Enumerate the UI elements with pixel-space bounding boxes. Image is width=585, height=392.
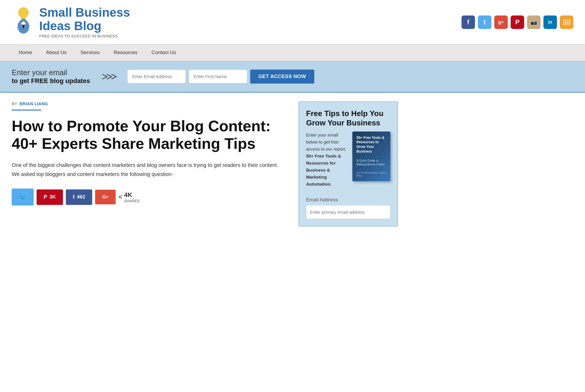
nav-about[interactable]: About Us [39, 44, 73, 61]
share-less-than-icon: < [119, 193, 122, 201]
email-bar-line2: to get FREE blog updates [12, 77, 90, 85]
logo-area: Small Business Ideas Blog FREE IDEAS TO … [12, 6, 130, 38]
google-plus-icon[interactable]: g+ [494, 15, 508, 29]
instagram-icon[interactable]: 📷 [527, 15, 541, 29]
article-area: BY BRIAN LIANG How to Promote Your Blog … [12, 101, 287, 226]
main-content: BY BRIAN LIANG How to Promote Your Blog … [0, 93, 410, 235]
facebook-count: 462 [77, 194, 85, 200]
article-title: How to Promote Your Blog Content: 40+ Ex… [12, 118, 287, 153]
sidebar-title: Free Tips to Help You Grow Your Business [306, 109, 390, 127]
logo-icon [12, 6, 35, 38]
author-underline [12, 110, 41, 110]
pinterest-icon: P [44, 194, 47, 200]
pinterest-icon[interactable]: P [511, 15, 524, 29]
email-bar-text: Enter your email to get FREE blog update… [12, 68, 90, 85]
social-icons-bar: f t g+ P 📷 in )))) [462, 15, 573, 29]
total-shares: < 4K SHARES [119, 191, 140, 203]
nav-contact[interactable]: Contact Us [145, 44, 183, 61]
pinterest-share-button[interactable]: P 3K [37, 189, 63, 205]
sidebar-book-and-desc: Enter your email below to get free acces… [306, 132, 390, 192]
pinterest-count: 3K [49, 194, 56, 200]
arrows-decoration: >>> [102, 70, 116, 83]
sidebar-email-input[interactable] [306, 205, 390, 219]
sidebar-email-label: Email Address [306, 197, 390, 203]
sidebar-description: Enter your email below to get free acces… [306, 132, 348, 188]
author-line: BY BRIAN LIANG [12, 101, 287, 106]
email-bar-line1: Enter your email [12, 68, 90, 77]
article-intro: One of the biggest challenges that conte… [12, 161, 287, 179]
total-shares-label: SHARES [124, 199, 140, 203]
book-subtitle: A Quick Guide to Making Money Online [356, 159, 386, 166]
logo-title: Small Business Ideas Blog [39, 6, 130, 33]
email-signup-bar: Enter your email to get FREE blog update… [0, 61, 585, 93]
facebook-f-icon: f [73, 194, 75, 200]
email-bar-name-input[interactable] [189, 70, 247, 83]
author-name[interactable]: BRIAN LIANG [20, 101, 48, 106]
twitter-share-button[interactable]: 🐦 [12, 189, 34, 206]
google-plus-share-button[interactable]: G+ [95, 190, 116, 204]
book-footer: Sbi Small Business Ideas Blog [356, 171, 386, 177]
sidebar-box: Free Tips to Help You Grow Your Business… [298, 101, 398, 226]
nav-resources[interactable]: Resources [107, 44, 144, 61]
book-title: 50+ Free Tools & Resources to Grow Your … [356, 136, 386, 154]
email-bar-inputs: GET ACCESS NOW [127, 70, 573, 84]
svg-rect-1 [21, 17, 26, 19]
email-bar-email-input[interactable] [127, 70, 186, 83]
linkedin-icon[interactable]: in [543, 15, 557, 29]
rss-icon[interactable]: )))) [560, 15, 573, 29]
book-cover: 50+ Free Tools & Resources to Grow Your … [352, 132, 390, 181]
sidebar: Free Tips to Help You Grow Your Business… [298, 101, 398, 226]
author-prefix: BY [12, 101, 17, 106]
facebook-icon[interactable]: f [462, 15, 475, 29]
facebook-share-button[interactable]: f 462 [66, 189, 92, 205]
nav-services[interactable]: Services [73, 44, 107, 61]
logo-text-area: Small Business Ideas Blog FREE IDEAS TO … [39, 6, 130, 38]
twitter-icon[interactable]: t [478, 15, 491, 29]
logo-subtitle: FREE IDEAS TO SUCCEED IN BUSINESS [39, 34, 130, 38]
svg-point-0 [18, 7, 29, 18]
nav-home[interactable]: Home [12, 44, 39, 61]
get-access-button[interactable]: GET ACCESS NOW [250, 70, 314, 84]
main-nav: Home About Us Services Resources Contact… [0, 44, 585, 61]
share-buttons-bar: 🐦 P 3K f 462 G+ < 4K SHARES [12, 189, 287, 206]
total-shares-count: 4K [124, 191, 132, 198]
google-plus-icon: G+ [102, 194, 109, 200]
header: Small Business Ideas Blog FREE IDEAS TO … [0, 0, 585, 44]
twitter-bird-icon: 🐦 [19, 193, 27, 201]
